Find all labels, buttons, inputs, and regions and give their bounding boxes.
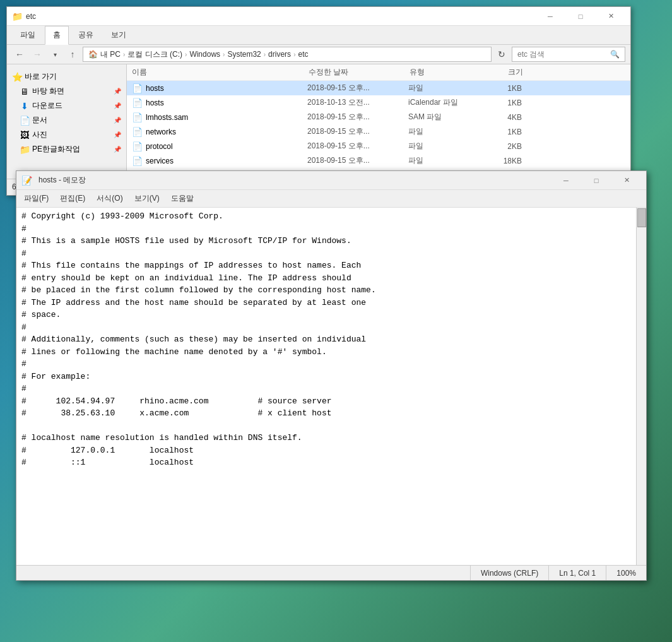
filetype-protocol: 파일 bbox=[408, 141, 484, 152]
path-home-icon: 🏠 bbox=[88, 50, 98, 59]
header-type: 유형 bbox=[410, 67, 485, 78]
path-windows: Windows bbox=[189, 50, 220, 59]
pin-icon-documents: 📌 bbox=[114, 117, 121, 124]
filetype-hosts-sel: 파일 bbox=[408, 83, 484, 93]
menu-edit[interactable]: 편집(E) bbox=[55, 191, 90, 206]
file-row-hosts-sel[interactable]: 📄 hosts 2018-09-15 오후... 파일 1KB bbox=[127, 81, 630, 95]
star-icon: ⭐ bbox=[12, 72, 22, 82]
tab-file[interactable]: 파일 bbox=[12, 26, 44, 44]
notepad-status: Windows (CRLF) Ln 1, Col 1 100% bbox=[16, 565, 646, 580]
explorer-titlebar: 📁 etc ─ □ ✕ bbox=[7, 7, 630, 26]
filename-protocol: protocol bbox=[146, 142, 307, 151]
filename-services: services bbox=[146, 157, 307, 165]
filedate-lmhosts: 2018-09-15 오후... bbox=[307, 112, 408, 122]
sidebar-item-downloads[interactable]: ⬇ 다운로드 📌 bbox=[7, 98, 126, 113]
desktop-icon: 🖥 bbox=[20, 86, 30, 97]
file-icon-lmhosts: 📄 bbox=[132, 112, 142, 122]
status-empty bbox=[16, 566, 471, 580]
address-bar: ← → ▾ ↑ 🏠 내 PC › 로컬 디스크 (C:) › Windows ›… bbox=[7, 45, 630, 64]
tab-view[interactable]: 보기 bbox=[103, 26, 134, 44]
path-system32: System32 bbox=[227, 50, 261, 59]
filetype-lmhosts: SAM 파일 bbox=[408, 112, 484, 122]
pe-folder-icon: 📁 bbox=[20, 145, 30, 155]
notepad-window-controls: ─ □ ✕ bbox=[551, 172, 641, 189]
sidebar-item-pictures[interactable]: 🖼 사진 📌 bbox=[7, 128, 126, 142]
notepad-content-area: # Copyright (c) 1993-2009 Microsoft Corp… bbox=[16, 208, 646, 566]
sidebar-item-documents[interactable]: 📄 문서 📌 bbox=[7, 113, 126, 128]
filedate-protocol: 2018-09-15 오후... bbox=[307, 141, 408, 152]
notepad-textarea[interactable]: # Copyright (c) 1993-2009 Microsoft Corp… bbox=[16, 208, 646, 566]
file-list-header: 이름 수정한 날짜 유형 크기 bbox=[127, 64, 630, 81]
filedate-services: 2018-09-15 오후... bbox=[307, 155, 408, 166]
sidebar-item-quickaccess[interactable]: ⭐ 바로 가기 bbox=[7, 69, 126, 84]
file-row-protocol[interactable]: 📄 protocol 2018-09-15 오후... 파일 2KB bbox=[127, 139, 630, 153]
menu-help[interactable]: 도움말 bbox=[166, 191, 199, 206]
file-icon-hosts-sel: 📄 bbox=[132, 83, 142, 93]
explorer-title: etc bbox=[26, 12, 36, 21]
pin-icon-downloads: 📌 bbox=[114, 102, 121, 109]
notepad-titlebar: 📝 hosts - 메모장 ─ □ ✕ bbox=[16, 171, 646, 190]
documents-icon: 📄 bbox=[20, 116, 30, 126]
filesize-hosts: 1KB bbox=[484, 98, 522, 107]
back-button[interactable]: ← bbox=[12, 47, 27, 62]
search-box: 🔍 bbox=[512, 47, 625, 62]
filetype-services: 파일 bbox=[408, 155, 484, 166]
file-icon-services: 📄 bbox=[132, 156, 142, 166]
status-encoding: Windows (CRLF) bbox=[471, 566, 549, 580]
scroll-track bbox=[636, 208, 646, 566]
filetype-hosts: iCalendar 파일 bbox=[408, 97, 484, 108]
file-row-services[interactable]: 📄 services 2018-09-15 오후... 파일 18KB bbox=[127, 153, 630, 168]
notepad-icon: 📝 bbox=[21, 175, 32, 186]
notepad-menu: 파일(F) 편집(E) 서식(O) 보기(V) 도움말 bbox=[16, 190, 646, 208]
scroll-thumb[interactable] bbox=[637, 208, 646, 227]
minimize-button[interactable]: ─ bbox=[536, 8, 565, 25]
forward-button[interactable]: → bbox=[30, 47, 45, 62]
notepad-close-button[interactable]: ✕ bbox=[612, 172, 641, 189]
filedate-hosts: 2018-10-13 오전... bbox=[307, 97, 408, 108]
filetype-networks: 파일 bbox=[408, 126, 484, 137]
filename-lmhosts: lmhosts.sam bbox=[146, 113, 307, 122]
file-row-hosts[interactable]: 📄 hosts 2018-10-13 오전... iCalendar 파일 1K… bbox=[127, 95, 630, 110]
recent-locations-button[interactable]: ▾ bbox=[47, 47, 62, 62]
filename-networks: networks bbox=[146, 128, 307, 136]
explorer-content: ⭐ 바로 가기 🖥 바탕 화면 📌 ⬇ 다운로드 📌 📄 문서 📌 🖼 사진 bbox=[7, 64, 630, 180]
header-name[interactable]: 이름 bbox=[132, 67, 309, 78]
menu-format[interactable]: 서식(O) bbox=[91, 191, 127, 206]
sidebar-label-downloads: 다운로드 bbox=[32, 100, 62, 111]
sidebar-item-desktop[interactable]: 🖥 바탕 화면 📌 bbox=[7, 84, 126, 98]
address-path[interactable]: 🏠 내 PC › 로컬 디스크 (C:) › Windows › System3… bbox=[83, 47, 492, 62]
filesize-protocol: 2KB bbox=[484, 142, 522, 151]
file-icon-networks: 📄 bbox=[132, 127, 142, 137]
file-row-lmhosts[interactable]: 📄 lmhosts.sam 2018-09-15 오후... SAM 파일 4K… bbox=[127, 110, 630, 124]
pictures-icon: 🖼 bbox=[20, 130, 30, 140]
tab-share[interactable]: 공유 bbox=[70, 26, 102, 44]
close-button[interactable]: ✕ bbox=[596, 8, 625, 25]
menu-view[interactable]: 보기(V) bbox=[129, 191, 165, 206]
maximize-button[interactable]: □ bbox=[566, 8, 595, 25]
refresh-button[interactable]: ↻ bbox=[494, 47, 509, 62]
window-controls: ─ □ ✕ bbox=[536, 8, 625, 25]
filesize-lmhosts: 4KB bbox=[484, 113, 522, 122]
sidebar-label-pe: PE한글화작업 bbox=[32, 144, 80, 155]
sidebar-item-pe[interactable]: 📁 PE한글화작업 📌 bbox=[7, 142, 126, 157]
download-icon: ⬇ bbox=[20, 101, 30, 111]
tab-home[interactable]: 홈 bbox=[45, 26, 69, 45]
filedate-networks: 2018-09-15 오후... bbox=[307, 126, 408, 137]
titlebar-left: 📁 etc bbox=[12, 11, 36, 21]
menu-file[interactable]: 파일(F) bbox=[19, 191, 54, 206]
file-row-networks[interactable]: 📄 networks 2018-09-15 오후... 파일 1KB bbox=[127, 124, 630, 139]
path-c: 로컬 디스크 (C:) bbox=[127, 49, 182, 60]
pin-icon-pictures: 📌 bbox=[114, 131, 121, 138]
file-icon-protocol: 📄 bbox=[132, 141, 142, 152]
notepad-maximize-button[interactable]: □ bbox=[582, 172, 611, 189]
filesize-networks: 1KB bbox=[484, 128, 522, 136]
filename-hosts-sel: hosts bbox=[146, 84, 307, 93]
file-list: 이름 수정한 날짜 유형 크기 📄 hosts 2018-09-15 오후...… bbox=[127, 64, 630, 180]
notepad-window: 📝 hosts - 메모장 ─ □ ✕ 파일(F) 편집(E) 서식(O) 보기… bbox=[16, 170, 647, 581]
up-button[interactable]: ↑ bbox=[65, 47, 80, 62]
sidebar: ⭐ 바로 가기 🖥 바탕 화면 📌 ⬇ 다운로드 📌 📄 문서 📌 🖼 사진 bbox=[7, 64, 127, 180]
search-input[interactable] bbox=[517, 50, 608, 59]
filedate-hosts-sel: 2018-09-15 오후... bbox=[307, 83, 408, 93]
quick-access-icons: 📁 bbox=[12, 11, 22, 21]
notepad-minimize-button[interactable]: ─ bbox=[551, 172, 581, 189]
